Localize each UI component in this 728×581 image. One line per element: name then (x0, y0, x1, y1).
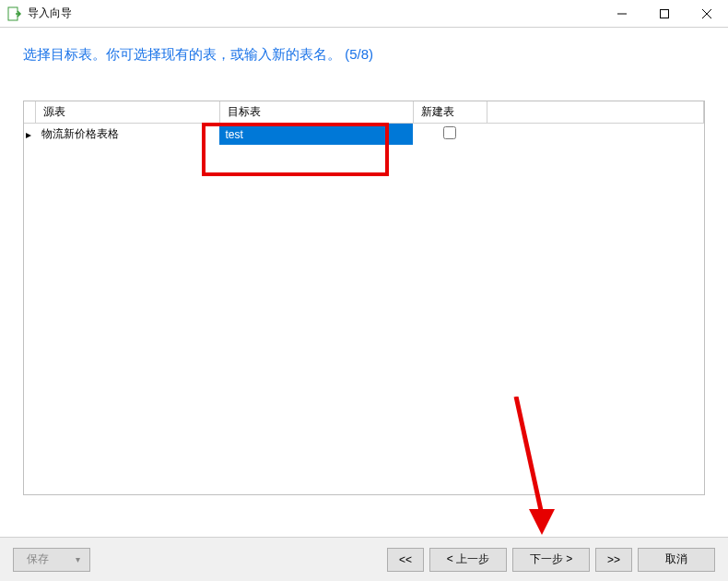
column-header-rest (487, 101, 704, 124)
close-button[interactable] (686, 0, 728, 28)
previous-button[interactable]: < 上一步 (429, 548, 507, 572)
mapping-table-container: 源表 目标表 新建表 ▸ 物流新价格表格 test (23, 101, 705, 495)
svg-marker-6 (529, 509, 555, 535)
last-page-button[interactable]: >> (595, 548, 632, 572)
title-bar: 导入向导 (0, 0, 728, 28)
next-button[interactable]: 下一步 > (512, 548, 590, 572)
target-table-cell[interactable]: test (219, 124, 413, 146)
instruction-text: 选择目标表。你可选择现有的表，或输入新的表名。 (5/8) (23, 46, 705, 64)
table-row[interactable]: ▸ 物流新价格表格 test (24, 124, 704, 146)
row-indicator-header (24, 101, 35, 124)
column-header-new[interactable]: 新建表 (413, 101, 487, 124)
source-table-cell[interactable]: 物流新价格表格 (35, 124, 219, 146)
rest-cell (487, 124, 704, 146)
svg-rect-2 (661, 9, 669, 18)
window-title: 导入向导 (28, 6, 72, 21)
new-table-cell[interactable] (413, 124, 487, 146)
current-row-indicator-icon: ▸ (24, 124, 35, 146)
first-page-button[interactable]: << (387, 548, 424, 572)
save-button-label: 保存 (27, 551, 49, 567)
dropdown-caret-icon: ▾ (76, 554, 80, 564)
header-area: 选择目标表。你可选择现有的表，或输入新的表名。 (5/8) (0, 28, 728, 73)
save-button[interactable]: 保存 ▾ (13, 548, 90, 572)
minimize-button[interactable] (601, 0, 643, 28)
column-header-target[interactable]: 目标表 (219, 101, 413, 124)
new-table-checkbox[interactable] (443, 126, 456, 139)
footer-bar: 保存 ▾ << < 上一步 下一步 > >> 取消 (0, 537, 728, 581)
maximize-button[interactable] (643, 0, 686, 28)
column-header-source[interactable]: 源表 (35, 101, 219, 124)
mapping-table: 源表 目标表 新建表 ▸ 物流新价格表格 test (24, 101, 704, 145)
import-wizard-icon (7, 6, 22, 21)
cancel-button[interactable]: 取消 (638, 548, 715, 572)
